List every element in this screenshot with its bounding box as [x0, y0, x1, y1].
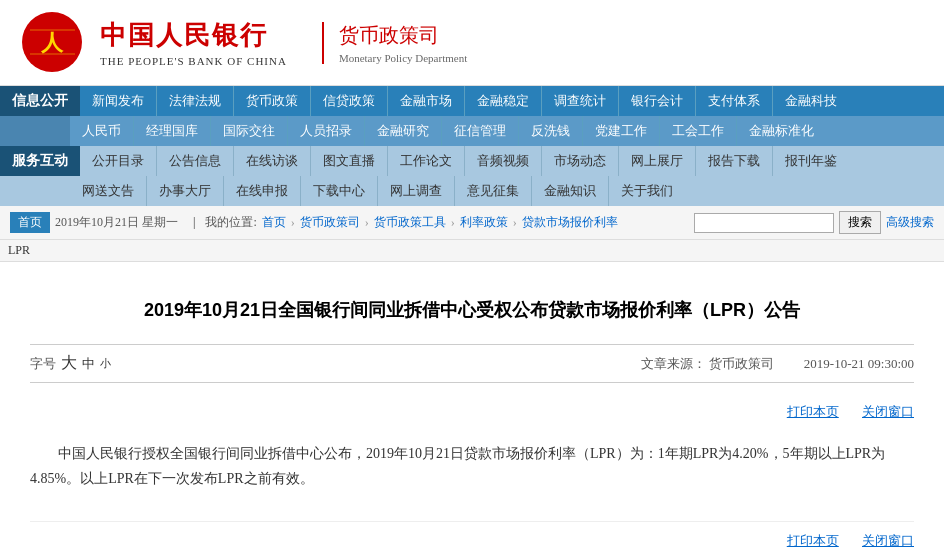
nav-about[interactable]: 关于我们 — [609, 176, 685, 206]
lpr-line: LPR — [0, 240, 944, 262]
source-value: 货币政策司 — [709, 356, 774, 371]
sep3: › — [451, 215, 455, 230]
nav-label-rmb — [0, 116, 70, 146]
nav-journal[interactable]: 报刊年鉴 — [773, 146, 849, 176]
sep1: › — [291, 215, 295, 230]
nav-news[interactable]: 新闻发布 — [80, 86, 156, 116]
breadcrumb-bar: 首页 2019年10月21日 星期一 | 我的位置: 首页 › 货币政策司 › … — [0, 206, 944, 240]
font-small-btn[interactable]: 小 — [100, 356, 111, 371]
nav-survey2[interactable]: 网上调查 — [378, 176, 454, 206]
nav-items-row3: 公开目录 公告信息 在线访谈 图文直播 工作论文 音频视频 市场动态 网上展厅 … — [80, 146, 944, 176]
font-size-ctrl: 字号 大 中 小 — [30, 353, 111, 374]
nav-report[interactable]: 报告下载 — [696, 146, 772, 176]
font-large-btn[interactable]: 大 — [61, 353, 77, 374]
search-input[interactable] — [694, 213, 834, 233]
location-label: 我的位置: — [205, 214, 256, 231]
nav-credit-mgmt[interactable]: 征信管理 — [442, 116, 518, 146]
nav-items-row4: 网送文告 办事大厅 在线申报 下载中心 网上调查 意见征集 金融知识 关于我们 — [70, 176, 944, 206]
dept-area: 货币政策司 Monetary Policy Department — [322, 22, 467, 64]
logo-text-block: 中国人民银行 THE PEOPLE'S BANK OF CHINA — [100, 18, 287, 67]
nav-fintech[interactable]: 金融科技 — [773, 86, 849, 116]
action-bar-bottom: 打印本页 关闭窗口 — [30, 521, 914, 549]
nav-broadcast[interactable]: 图文直播 — [311, 146, 387, 176]
article-meta: 字号 大 中 小 文章来源： 货币政策司 2019-10-21 09:30:00 — [30, 344, 914, 383]
print-link-bottom[interactable]: 打印本页 — [787, 533, 839, 548]
nav-row-3: 服务互动 公开目录 公告信息 在线访谈 图文直播 工作论文 音频视频 市场动态 … — [0, 146, 944, 176]
breadcrumb-date: 2019年10月21日 星期一 — [55, 214, 178, 231]
logo-en: THE PEOPLE'S BANK OF CHINA — [100, 55, 287, 67]
font-medium-btn[interactable]: 中 — [82, 355, 95, 373]
print-link-top[interactable]: 打印本页 — [787, 404, 839, 419]
breadcrumb-lpr[interactable]: 贷款市场报价利率 — [522, 214, 618, 231]
search-button[interactable]: 搜索 — [839, 211, 881, 234]
breadcrumb-rate[interactable]: 利率政策 — [460, 214, 508, 231]
dept-cn: 货币政策司 — [339, 22, 467, 49]
nav-declare[interactable]: 在线申报 — [224, 176, 300, 206]
nav-label-info: 信息公开 — [0, 86, 80, 116]
nav-hall[interactable]: 网上展厅 — [619, 146, 695, 176]
nav-payment[interactable]: 支付体系 — [696, 86, 772, 116]
nav-notice[interactable]: 公告信息 — [157, 146, 233, 176]
nav-paper[interactable]: 工作论文 — [388, 146, 464, 176]
breadcrumb-tool[interactable]: 货币政策工具 — [374, 214, 446, 231]
sep4: › — [513, 215, 517, 230]
nav-standard[interactable]: 金融标准化 — [737, 116, 826, 146]
nav-row-1: 信息公开 新闻发布 法律法规 货币政策 信贷政策 金融市场 金融稳定 调查统计 … — [0, 86, 944, 116]
search-area: 搜索 高级搜索 — [694, 211, 934, 234]
nav-recruit[interactable]: 人员招录 — [288, 116, 364, 146]
breadcrumb-sep: | — [193, 215, 195, 230]
source-label: 文章来源： — [641, 356, 706, 371]
nav-credit[interactable]: 信贷政策 — [311, 86, 387, 116]
sep2: › — [365, 215, 369, 230]
nav-law[interactable]: 法律法规 — [157, 86, 233, 116]
nav-download[interactable]: 下载中心 — [301, 176, 377, 206]
breadcrumb-dept[interactable]: 货币政策司 — [300, 214, 360, 231]
nav-treasury[interactable]: 经理国库 — [134, 116, 210, 146]
nav-row-2: 人民币 经理国库 国际交往 人员招录 金融研究 征信管理 反洗钱 党建工作 工会… — [0, 116, 944, 146]
home-button[interactable]: 首页 — [10, 212, 50, 233]
nav-survey[interactable]: 调查统计 — [542, 86, 618, 116]
nav-rmb[interactable]: 人民币 — [70, 116, 133, 146]
close-link-top[interactable]: 关闭窗口 — [862, 404, 914, 419]
nav-international[interactable]: 国际交往 — [211, 116, 287, 146]
font-label: 字号 — [30, 355, 56, 373]
nav-union[interactable]: 工会工作 — [660, 116, 736, 146]
nav-opinion[interactable]: 意见征集 — [455, 176, 531, 206]
article-date: 2019-10-21 09:30:00 — [804, 356, 914, 372]
dept-en: Monetary Policy Department — [339, 52, 467, 64]
article-body: 中国人民银行授权全国银行间同业拆借中心公布，2019年10月21日贷款市场报价利… — [30, 431, 914, 501]
nav-hall2[interactable]: 办事大厅 — [147, 176, 223, 206]
nav-audio[interactable]: 音频视频 — [465, 146, 541, 176]
nav-items-row1: 新闻发布 法律法规 货币政策 信贷政策 金融市场 金融稳定 调查统计 银行会计 … — [80, 86, 944, 116]
logo-cn: 中国人民银行 — [100, 18, 287, 53]
nav-market[interactable]: 市场动态 — [542, 146, 618, 176]
nav-banking[interactable]: 银行会计 — [619, 86, 695, 116]
nav-knowledge[interactable]: 金融知识 — [532, 176, 608, 206]
nav-monetary[interactable]: 货币政策 — [234, 86, 310, 116]
nav-items-row2: 人民币 经理国库 国际交往 人员招录 金融研究 征信管理 反洗钱 党建工作 工会… — [70, 116, 944, 146]
action-bar-top: 打印本页 关闭窗口 — [30, 398, 914, 431]
pboc-emblem: 人 — [20, 10, 85, 75]
logo-area: 人 中国人民银行 THE PEOPLE'S BANK OF CHINA 货币政策… — [20, 10, 467, 75]
nav-send[interactable]: 网送文告 — [70, 176, 146, 206]
breadcrumb-home-link[interactable]: 首页 — [262, 214, 286, 231]
nav-interview[interactable]: 在线访谈 — [234, 146, 310, 176]
advanced-search-link[interactable]: 高级搜索 — [886, 214, 934, 231]
nav-row-4: 网送文告 办事大厅 在线申报 下载中心 网上调查 意见征集 金融知识 关于我们 — [0, 176, 944, 206]
article-title: 2019年10月21日全国银行间同业拆借中心受权公布贷款市场报价利率（LPR）公… — [30, 297, 914, 324]
main-content: 2019年10月21日全国银行间同业拆借中心受权公布贷款市场报价利率（LPR）公… — [0, 262, 944, 549]
nav-research[interactable]: 金融研究 — [365, 116, 441, 146]
header: 人 中国人民银行 THE PEOPLE'S BANK OF CHINA 货币政策… — [0, 0, 944, 86]
nav-aml[interactable]: 反洗钱 — [519, 116, 582, 146]
nav-party[interactable]: 党建工作 — [583, 116, 659, 146]
nav-label-service: 服务互动 — [0, 146, 80, 176]
svg-text:人: 人 — [40, 30, 64, 55]
close-link-bottom[interactable]: 关闭窗口 — [862, 533, 914, 548]
nav-finance-market[interactable]: 金融市场 — [388, 86, 464, 116]
nav-catalog[interactable]: 公开目录 — [80, 146, 156, 176]
nav-finance-stable[interactable]: 金融稳定 — [465, 86, 541, 116]
article-source: 文章来源： 货币政策司 — [641, 355, 774, 373]
nav-row4-placeholder — [0, 176, 70, 206]
